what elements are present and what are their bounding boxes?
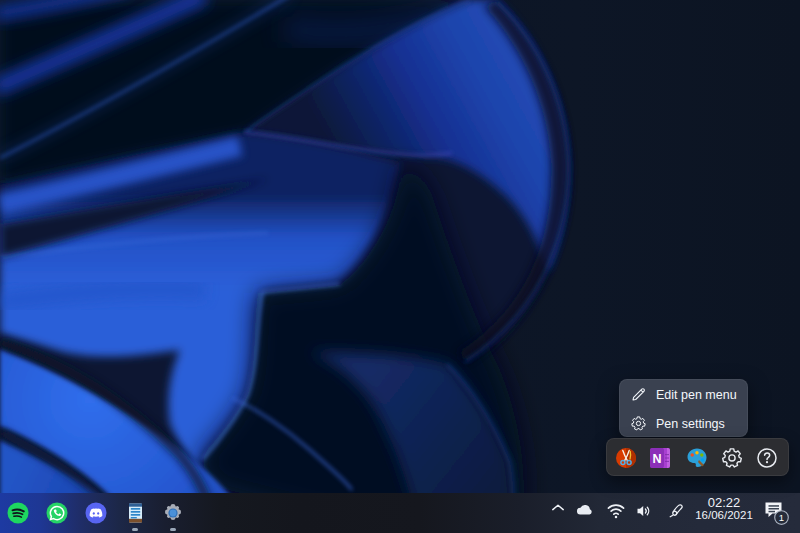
svg-text:N: N (652, 452, 661, 466)
svg-text:1: 1 (779, 512, 784, 523)
